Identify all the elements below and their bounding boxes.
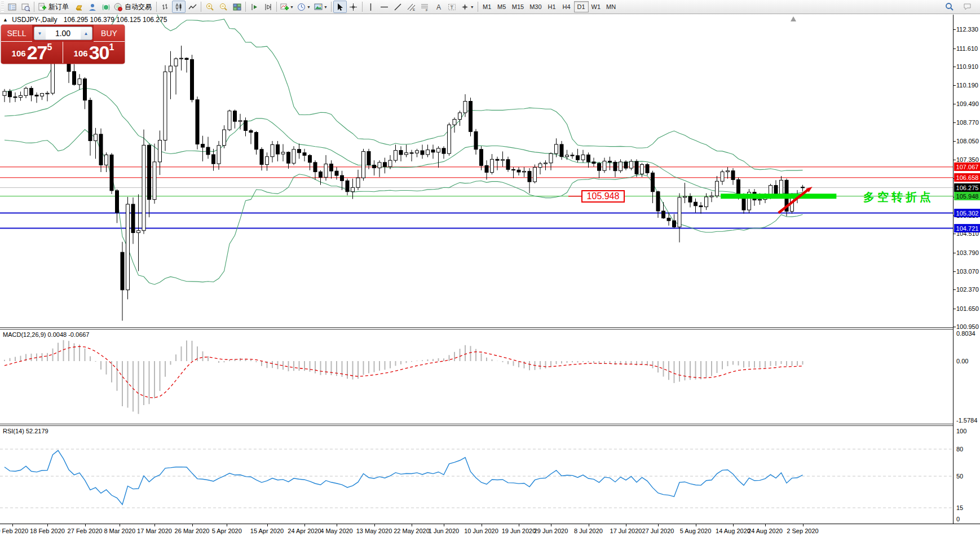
dropdown-caret-icon[interactable]: ▼ — [470, 5, 474, 9]
trade-panel-collapse-icon[interactable]: ▲ — [3, 17, 8, 23]
candle-chart-button[interactable] — [172, 1, 186, 13]
bull-candle — [458, 113, 462, 120]
buy-button[interactable]: BUY — [94, 25, 125, 42]
chart-title: ▲ USDJPY-,Daily 106.295 106.379 106.125 … — [3, 16, 167, 24]
bull-candle — [758, 200, 762, 200]
bull-candle — [437, 148, 440, 152]
sell-price-display[interactable]: 106 27 5 — [1, 42, 63, 63]
bull-candle — [710, 196, 713, 197]
line-chart-button[interactable] — [186, 1, 199, 13]
bear-candle — [373, 165, 376, 168]
search-button[interactable] — [943, 1, 956, 13]
date-label: 4 May 2020 — [320, 528, 352, 534]
bull-candle — [174, 59, 178, 66]
tester-button[interactable] — [19, 1, 32, 13]
pane-separator[interactable] — [0, 327, 980, 328]
hline-button[interactable] — [378, 1, 391, 13]
price-callout-box[interactable]: 105.948 — [581, 190, 625, 203]
turning-point-text[interactable]: 多空转折点 — [863, 190, 934, 205]
bull-candle — [24, 88, 28, 95]
bear-candle — [613, 162, 617, 170]
new-order-button[interactable]: 新订单 — [36, 1, 72, 13]
chart-shift-marker[interactable] — [791, 16, 796, 21]
date-label: 27 Feb 2020 — [68, 528, 103, 534]
rsi-indicator-pane[interactable] — [0, 426, 953, 524]
bear-candle — [255, 133, 258, 150]
autotrade-button[interactable]: 自动交易 — [112, 1, 154, 13]
macd-label: MACD(12,26,9) 0.0048 -0.0667 — [3, 331, 89, 338]
timeframe-m5-button[interactable]: M5 — [495, 1, 509, 12]
price-chart-pane[interactable] — [0, 15, 953, 327]
text-a-button[interactable]: A — [432, 1, 445, 13]
price-axis[interactable]: 112.330111.610110.910110.190109.490108.7… — [953, 15, 980, 524]
volume-input[interactable] — [46, 27, 81, 39]
arrange-right-button[interactable] — [261, 1, 275, 13]
bull-candle — [78, 79, 81, 85]
community-button[interactable] — [85, 1, 99, 13]
rsi-line — [5, 450, 803, 504]
sell-price-pips: 27 — [27, 43, 47, 62]
volume-decrease-button[interactable]: ▼ — [34, 27, 46, 39]
fibo-button[interactable]: F — [418, 1, 432, 13]
volume-increase-button[interactable]: ▲ — [81, 27, 92, 39]
toolbar-separator — [34, 2, 34, 12]
bear-candle — [651, 173, 655, 191]
date-tick — [12, 524, 13, 526]
date-label: 1 Jun 2020 — [429, 528, 459, 534]
tile-windows-button[interactable] — [230, 1, 244, 13]
sell-price-figure: 106 — [12, 45, 26, 62]
timeframe-w1-button[interactable]: W1 — [589, 1, 604, 12]
macd-indicator-pane[interactable] — [0, 329, 953, 423]
terminal-button[interactable] — [5, 1, 19, 13]
trendline-button[interactable] — [391, 1, 405, 13]
zoom-in-button[interactable] — [203, 1, 217, 13]
time-axis[interactable]: 9 Feb 202018 Feb 202027 Feb 20208 Mar 20… — [0, 524, 980, 536]
timeframe-h1-button[interactable]: H1 — [545, 1, 559, 12]
bear-candle — [83, 79, 87, 100]
date-tick — [85, 524, 86, 526]
price-line-label: 104.721 — [954, 224, 980, 232]
new-order-label: 新订单 — [47, 2, 70, 12]
bear-candle — [201, 144, 205, 147]
sell-button[interactable]: SELL — [1, 25, 32, 42]
channel-button[interactable]: E — [405, 1, 418, 13]
buy-price-display[interactable]: 106 30 1 — [63, 42, 125, 63]
arrows-button[interactable]: ▼ — [459, 1, 476, 13]
text-label-button[interactable]: T — [445, 1, 459, 13]
timeframe-mn-button[interactable]: MN — [603, 1, 619, 12]
bull-candle — [780, 180, 783, 194]
dropdown-caret-icon[interactable]: ▼ — [307, 5, 311, 9]
date-label: 5 Aug 2020 — [680, 528, 712, 534]
timeframe-d1-button[interactable]: D1 — [574, 1, 589, 12]
timeframe-h4-button[interactable]: H4 — [559, 1, 574, 12]
toolbar-separator — [156, 2, 157, 12]
new-order-icon — [38, 3, 46, 11]
price-tick-label: 108.770 — [956, 119, 979, 126]
timeframe-m30-button[interactable]: M30 — [527, 1, 544, 12]
arrange-left-button[interactable] — [248, 1, 261, 13]
timeframe-m15-button[interactable]: M15 — [509, 1, 527, 12]
template-button[interactable]: ▼ — [312, 1, 329, 13]
bear-candle — [506, 160, 510, 170]
date-tick — [444, 524, 444, 526]
price-tick-label: 110.910 — [956, 63, 978, 70]
bear-candle — [148, 145, 151, 199]
date-tick — [658, 524, 659, 526]
toolbar-grip[interactable] — [1, 2, 4, 12]
crosshair-button[interactable] — [347, 1, 360, 13]
cursor-button[interactable] — [333, 1, 347, 13]
chat-button[interactable] — [961, 1, 974, 13]
dropdown-caret-icon[interactable]: ▼ — [324, 5, 328, 9]
axis-tick — [953, 85, 956, 86]
pane-separator[interactable] — [0, 424, 980, 424]
gold-icon — [74, 3, 83, 11]
dropdown-caret-icon[interactable]: ▼ — [290, 5, 294, 9]
vline-button[interactable] — [364, 1, 378, 13]
timeframe-m1-button[interactable]: M1 — [480, 1, 495, 12]
signals-button[interactable] — [99, 1, 112, 13]
bars-chart-button[interactable] — [158, 1, 172, 13]
gold-button[interactable] — [72, 1, 85, 13]
indicators-button[interactable]: ▼ — [279, 1, 295, 13]
zoom-out-button[interactable] — [217, 1, 230, 13]
periods-button[interactable]: ▼ — [295, 1, 312, 13]
